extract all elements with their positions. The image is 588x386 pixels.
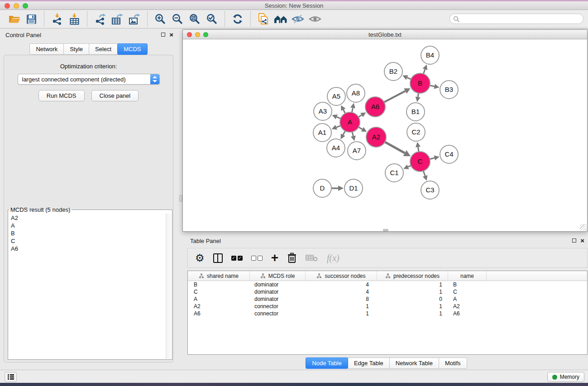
show-graphics-eye-icon[interactable] bbox=[307, 11, 323, 27]
run-mcds-button[interactable]: Run MCDS bbox=[38, 90, 85, 101]
list-item[interactable]: A6 bbox=[9, 245, 165, 253]
tab-style[interactable]: Style bbox=[63, 43, 89, 55]
graph-node-B1[interactable]: B1 bbox=[406, 103, 425, 121]
tab-edge-table[interactable]: Edge Table bbox=[348, 357, 390, 369]
table-row[interactable]: A dominator 8 0 A bbox=[188, 295, 587, 303]
graph-node-A2[interactable]: A2 bbox=[366, 127, 386, 147]
zoom-fit-icon[interactable] bbox=[187, 11, 202, 27]
graph-node-A5[interactable]: A5 bbox=[327, 87, 345, 105]
add-column-icon[interactable]: + bbox=[271, 253, 278, 262]
close-panel-icon[interactable]: × bbox=[580, 238, 584, 243]
function-builder-icon: f(x) bbox=[327, 253, 339, 263]
main-toolbar bbox=[0, 10, 588, 29]
scrollbar-track[interactable] bbox=[166, 214, 172, 359]
network-canvas[interactable]: B4B2BB3A5A8A6A3AB1A1A2C2A4A7C4CC1C3DD1 bbox=[183, 39, 587, 231]
save-session-icon[interactable] bbox=[24, 11, 39, 27]
graph-node-D[interactable]: D bbox=[313, 179, 331, 197]
close-panel-icon[interactable]: × bbox=[169, 32, 173, 37]
graph-node-A6[interactable]: A6 bbox=[365, 97, 385, 117]
column-header-shared-name[interactable]: shared name bbox=[188, 271, 250, 281]
list-item[interactable]: A bbox=[9, 222, 165, 229]
graph-node-A4[interactable]: A4 bbox=[327, 139, 345, 157]
column-header-successor-nodes[interactable]: successor nodes bbox=[306, 271, 377, 281]
table-row[interactable]: B dominator 4 1 B bbox=[188, 281, 587, 288]
control-panel: Control Panel × Network Style Select MCD… bbox=[0, 29, 177, 369]
export-table-icon[interactable] bbox=[110, 11, 125, 27]
close-panel-button[interactable]: Close panel bbox=[91, 90, 139, 101]
table-panel-title: Table Panel bbox=[190, 238, 221, 244]
float-panel-icon[interactable] bbox=[161, 33, 165, 37]
tab-mcds[interactable]: MCDS bbox=[117, 43, 147, 55]
list-item[interactable]: A2 bbox=[9, 214, 165, 222]
delete-column-trash-icon[interactable] bbox=[287, 253, 297, 263]
criterion-dropdown[interactable]: largest connected component (directed) bbox=[18, 74, 160, 85]
network-view-window: testGlobe.txt B4B2BB3A5A8A6A3AB1A1A2C2A4… bbox=[182, 29, 588, 232]
graph-node-B2[interactable]: B2 bbox=[384, 62, 402, 81]
tab-motifs[interactable]: Motifs bbox=[439, 357, 467, 369]
edge-arrowhead bbox=[423, 175, 428, 181]
hide-graphics-eye-slash-icon[interactable] bbox=[290, 11, 306, 27]
graph-node-C2[interactable]: C2 bbox=[407, 123, 425, 141]
import-table-icon[interactable] bbox=[67, 11, 82, 27]
node-label: A bbox=[348, 118, 352, 126]
zoom-out-icon[interactable] bbox=[170, 11, 185, 27]
zoom-selected-icon[interactable] bbox=[204, 11, 220, 27]
graph-node-C[interactable]: C bbox=[410, 152, 430, 172]
graph-node-B4[interactable]: B4 bbox=[421, 46, 439, 64]
column-header-name[interactable]: name bbox=[448, 271, 487, 281]
mcds-tab-content: Optimization criterion: largest connecte… bbox=[4, 55, 173, 362]
graph-node-A7[interactable]: A7 bbox=[348, 142, 366, 160]
node-label: A8 bbox=[352, 89, 360, 97]
column-header-mcds-role[interactable]: MCDS role bbox=[250, 271, 306, 281]
export-network-icon[interactable] bbox=[92, 11, 108, 27]
hierarchy-icon bbox=[385, 273, 391, 278]
new-network-from-file-icon[interactable] bbox=[256, 11, 271, 27]
refresh-layout-icon[interactable] bbox=[230, 11, 245, 27]
tab-network[interactable]: Network bbox=[29, 43, 64, 55]
edge-arrowhead bbox=[434, 84, 439, 89]
table-row[interactable]: C dominator 4 1 C bbox=[188, 288, 587, 295]
task-history-button[interactable] bbox=[5, 372, 17, 382]
zoom-in-icon[interactable] bbox=[153, 11, 168, 27]
memory-button[interactable]: Memory bbox=[547, 372, 584, 382]
node-label: B3 bbox=[445, 86, 453, 93]
graph-node-C1[interactable]: C1 bbox=[385, 164, 403, 182]
export-image-icon[interactable] bbox=[127, 11, 142, 27]
graph-node-A1[interactable]: A1 bbox=[313, 124, 331, 142]
list-item[interactable]: B bbox=[9, 229, 165, 237]
network-window-titlebar[interactable]: testGlobe.txt bbox=[183, 30, 587, 39]
list-item[interactable]: C bbox=[9, 237, 165, 245]
node-label: B4 bbox=[426, 51, 434, 59]
clear-selection-icon[interactable] bbox=[251, 256, 263, 261]
tab-network-table[interactable]: Network Table bbox=[389, 357, 439, 369]
splitter-handle[interactable] bbox=[179, 195, 182, 202]
graph-node-B[interactable]: B bbox=[410, 73, 430, 93]
houses-icon[interactable] bbox=[273, 11, 288, 27]
float-panel-icon[interactable] bbox=[572, 238, 576, 243]
graph-node-A8[interactable]: A8 bbox=[347, 84, 365, 102]
graph-node-C4[interactable]: C4 bbox=[440, 145, 458, 163]
window-resize-grip[interactable] bbox=[580, 224, 587, 231]
column-chooser-icon[interactable] bbox=[213, 253, 223, 263]
select-all-icon[interactable]: ✓✓ bbox=[231, 256, 243, 261]
criterion-dropdown-value: largest connected component (directed) bbox=[22, 76, 126, 83]
graph-node-B3[interactable]: B3 bbox=[440, 81, 458, 99]
node-table: shared name MCDS role successor nodes pr… bbox=[187, 271, 588, 355]
table-row[interactable]: A2 connector 1 1 A2 bbox=[188, 303, 587, 310]
table-row[interactable]: A6 connector 1 1 A6 bbox=[188, 310, 587, 317]
graph-node-A3[interactable]: A3 bbox=[314, 102, 332, 120]
graph-node-C3[interactable]: C3 bbox=[421, 181, 439, 199]
horizontal-scrollbar-thumb[interactable] bbox=[383, 229, 388, 231]
graph-node-D1[interactable]: D1 bbox=[344, 179, 363, 197]
open-folder-icon[interactable] bbox=[6, 11, 22, 27]
settings-gear-icon[interactable]: ⚙ bbox=[195, 253, 205, 263]
column-header-predecessor-nodes[interactable]: predecessor nodes bbox=[377, 271, 448, 281]
graph-node-A[interactable]: A bbox=[340, 112, 360, 132]
application-window: Session: New Session bbox=[0, 0, 588, 386]
tab-node-table[interactable]: Node Table bbox=[306, 357, 348, 369]
import-network-icon[interactable] bbox=[49, 11, 65, 27]
node-label: A5 bbox=[332, 92, 340, 100]
search-input[interactable] bbox=[462, 14, 580, 23]
node-label: A3 bbox=[319, 107, 327, 115]
tab-select[interactable]: Select bbox=[89, 43, 118, 55]
